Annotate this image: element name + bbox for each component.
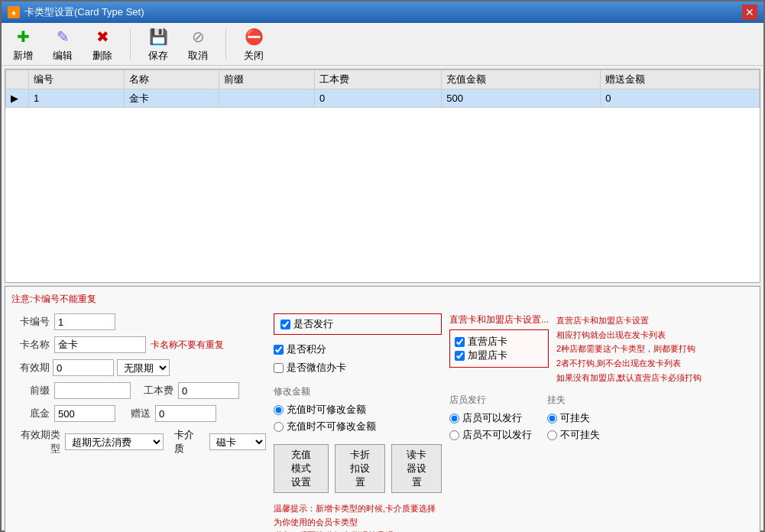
can-hang-radio[interactable] xyxy=(547,414,557,423)
validity-select[interactable]: 无限期 xyxy=(117,359,170,376)
staff-can-issue-radio[interactable] xyxy=(449,414,459,423)
title-bar-left: ♠ 卡类型设置(Card Type Set) xyxy=(8,5,144,19)
close-button[interactable]: ⛔ 关闭 xyxy=(238,24,269,64)
card-no-row: 卡编号 xyxy=(11,313,266,330)
modify-amount-group: 修改金额 充值时可修改金额 充值时不可修改金额 xyxy=(274,385,442,433)
right-upper: 直营卡和加盟店卡设置... 直营店卡 加盟店卡 xyxy=(449,313,754,384)
main-content: 编号 名称 前缀 工本费 充值金额 赠送金额 ▶ 1 金卡 0 xyxy=(2,66,763,532)
title-bar: ♠ 卡类型设置(Card Type Set) ✕ xyxy=(2,2,763,23)
delete-button[interactable]: ✖ 删除 xyxy=(87,24,118,64)
card-type-table: 编号 名称 前缀 工本费 充值金额 赠送金额 ▶ 1 金卡 0 xyxy=(5,70,760,108)
wechat-checkbox[interactable] xyxy=(274,363,284,373)
cancel-button[interactable]: ⊘ 取消 xyxy=(183,24,213,64)
card-name-input[interactable] xyxy=(54,336,146,353)
validity-type-select[interactable]: 超期无法消费 xyxy=(65,433,164,450)
table-row[interactable]: ▶ 1 金卡 0 500 0 xyxy=(6,89,760,108)
cell-name: 金卡 xyxy=(124,89,219,108)
direct-store-label: 直营店卡 xyxy=(468,335,507,349)
direct-store-checkbox[interactable] xyxy=(455,337,465,347)
cell-gift: 0 xyxy=(601,89,760,108)
store-issue-title: 店员发行 xyxy=(449,394,532,407)
staff-issue-group: 店员发行 店员可以发行 店员不可以发行 xyxy=(449,394,532,442)
points-checkbox[interactable] xyxy=(274,345,284,355)
notice-text: 注意:卡编号不能重复 xyxy=(11,293,754,306)
card-medium-select[interactable]: 磁卡 xyxy=(209,433,266,450)
cell-recharge: 500 xyxy=(442,89,601,108)
wechat-label: 是否微信办卡 xyxy=(287,361,346,375)
base-input[interactable] xyxy=(54,405,115,422)
points-label: 是否积分 xyxy=(287,342,326,356)
save-icon: 💾 xyxy=(147,26,169,47)
franchise-store-row: 加盟店卡 xyxy=(455,349,543,362)
hanging-group: 挂失 可挂失 不可挂失 xyxy=(547,394,600,442)
close-icon: ⛔ xyxy=(243,26,264,47)
gift-input[interactable] xyxy=(155,405,216,422)
validity-type-label: 有效期类型 xyxy=(11,428,60,456)
table-area: 编号 名称 前缀 工本费 充值金额 赠送金额 ▶ 1 金卡 0 xyxy=(5,69,760,283)
window-title: 卡类型设置(Card Type Set) xyxy=(24,5,144,19)
toolbar-separator xyxy=(130,29,131,60)
center-column: 是否发行 是否积分 是否微信办卡 修改金额 xyxy=(274,313,442,532)
card-medium-label: 卡介质 xyxy=(174,428,202,456)
gift-label: 赠送 xyxy=(120,407,151,420)
col-indicator xyxy=(6,70,29,89)
window-close-button[interactable]: ✕ xyxy=(742,5,757,20)
validity-input[interactable] xyxy=(53,359,114,376)
form-middle: 卡编号 卡名称 卡名称不要有重复 有效期 无限期 xyxy=(11,313,754,532)
card-name-row: 卡名称 卡名称不要有重复 xyxy=(11,336,266,353)
cell-prefix xyxy=(219,89,315,108)
buttons-line: 充值模式设置 卡折扣设置 读卡器设置 xyxy=(274,444,442,493)
card-name-hint: 卡名称不要有重复 xyxy=(151,339,224,352)
cost-input[interactable] xyxy=(178,382,239,399)
col-cost: 工本费 xyxy=(315,70,442,89)
issue-row: 是否发行 xyxy=(280,317,435,331)
left-column: 卡编号 卡名称 卡名称不要有重复 有效期 无限期 xyxy=(11,313,266,532)
save-button[interactable]: 💾 保存 xyxy=(143,24,173,64)
base-label: 底金 xyxy=(11,407,50,420)
delete-label: 删除 xyxy=(92,49,112,63)
card-reader-button[interactable]: 读卡器设置 xyxy=(391,444,442,493)
staff-cannot-issue-radio[interactable] xyxy=(449,430,459,440)
staff-cannot-issue-row: 店员不可以发行 xyxy=(449,428,532,442)
app-icon: ♠ xyxy=(8,6,20,18)
save-label: 保存 xyxy=(148,49,168,63)
col-prefix: 前缀 xyxy=(219,70,315,89)
validity-type-row: 有效期类型 超期无法消费 卡介质 磁卡 xyxy=(11,428,266,456)
hanging-title: 挂失 xyxy=(547,394,600,407)
toolbar-separator2 xyxy=(225,29,226,60)
modify-amount-title: 修改金额 xyxy=(274,385,442,398)
right-column: 直营卡和加盟店卡设置... 直营店卡 加盟店卡 xyxy=(449,313,754,532)
staff-can-issue-row: 店员可以发行 xyxy=(449,411,532,425)
recharge-mode-button[interactable]: 充值模式设置 xyxy=(274,444,329,493)
validity-label: 有效期 xyxy=(11,361,50,375)
issue-checkbox[interactable] xyxy=(280,320,290,329)
prefix-input[interactable] xyxy=(54,382,131,399)
franchise-store-checkbox[interactable] xyxy=(455,351,465,361)
action-buttons: 充值模式设置 卡折扣设置 读卡器设置 xyxy=(274,444,442,493)
direct-store-row: 直营店卡 xyxy=(455,335,543,349)
card-no-input[interactable] xyxy=(54,313,115,330)
tip-area: 温馨提示：新增卡类型的时候,卡介质要选择为你使用的会员卡类型 磁卡：后面填磁条,… xyxy=(274,502,442,532)
add-button[interactable]: ✚ 新增 xyxy=(8,24,38,64)
right-tip-area: 直营店卡和加盟店卡设置 相应打钩就会出现在发卡列表 2种店都需要这个卡类型，则都… xyxy=(556,313,754,384)
cannot-hang-radio[interactable] xyxy=(547,430,557,440)
modify-deny-radio[interactable] xyxy=(274,422,284,432)
cell-id: 1 xyxy=(29,89,125,108)
toolbar: ✚ 新增 ✎ 编辑 ✖ 删除 💾 保存 ⊘ 取消 ⛔ 关闭 xyxy=(2,23,763,66)
tip-magnetic: 磁卡：后面填磁条,条形码等号码 xyxy=(274,529,442,532)
cell-cost: 0 xyxy=(315,89,442,108)
add-icon: ✚ xyxy=(12,26,34,47)
base-gift-row: 底金 赠送 xyxy=(11,405,266,422)
row-indicator: ▶ xyxy=(6,89,29,108)
card-discount-button[interactable]: 卡折扣设置 xyxy=(335,444,385,493)
cannot-hang-row: 不可挂失 xyxy=(547,428,600,442)
direct-franchise-link[interactable]: 直营卡和加盟店卡设置... xyxy=(449,313,549,326)
edit-button[interactable]: ✎ 编辑 xyxy=(47,24,78,64)
bottom-form-area: 注意:卡编号不能重复 卡编号 卡名称 卡名称不要有重复 有效期 xyxy=(5,286,760,532)
store-type-checkboxes: 直营店卡 加盟店卡 xyxy=(449,329,549,368)
cost-label: 工本费 xyxy=(135,384,173,397)
staff-can-issue-label: 店员可以发行 xyxy=(462,411,522,425)
modify-allow-radio[interactable] xyxy=(274,405,284,415)
can-hang-label: 可挂失 xyxy=(560,411,590,425)
issue-hanging-group: 店员发行 店员可以发行 店员不可以发行 挂失 xyxy=(449,394,754,442)
